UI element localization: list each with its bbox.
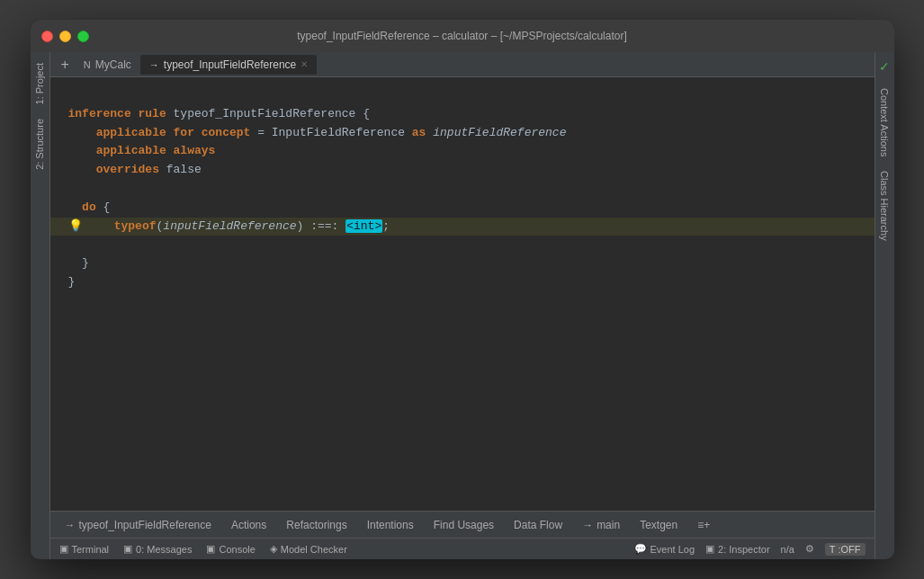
typeof-tab-label: typeof_InputFieldReference xyxy=(164,58,296,71)
console-button[interactable]: ▣ Console xyxy=(206,543,255,555)
inspector-button[interactable]: ▣ 2: Inspector xyxy=(705,543,769,555)
code-line-4: overrides false xyxy=(68,163,202,176)
na-label: n/a xyxy=(781,544,794,555)
event-log-button[interactable]: 💬 Event Log xyxy=(634,543,695,555)
code-line-5: do { xyxy=(68,200,111,214)
context-actions-tab[interactable]: Context Actions xyxy=(877,81,892,164)
inspector-icon: ▣ xyxy=(705,543,714,555)
console-icon: ▣ xyxy=(206,543,215,555)
typeof-tab-icon: → xyxy=(149,59,159,70)
main-layout: 1: Project 2: Structure + N MyCalc → typ… xyxy=(31,52,894,559)
bottom-tab-main-label: main xyxy=(597,519,620,531)
messages-icon: ▣ xyxy=(123,543,132,555)
class-hierarchy-tab[interactable]: Class Hierarchy xyxy=(877,164,892,248)
close-button[interactable] xyxy=(41,31,53,42)
maximize-button[interactable] xyxy=(77,31,89,42)
code-line-3: applicable always xyxy=(68,144,216,157)
inspector-label: 2: Inspector xyxy=(718,544,769,555)
model-checker-label: Model Checker xyxy=(281,544,347,555)
checkmark-icon: ✓ xyxy=(879,59,890,74)
code-line-6: typeof(inputFieldReference) :==: <int>; xyxy=(86,218,390,236)
left-sidebar: 1: Project 2: Structure xyxy=(31,52,50,559)
sidebar-item-structure[interactable]: 2: Structure xyxy=(32,111,47,177)
bulb-icon: 💡 xyxy=(68,218,83,236)
bottom-file-label: typeof_InputFieldReference xyxy=(79,519,211,531)
typeof-tab-close[interactable]: ✕ xyxy=(301,59,308,69)
event-log-label: Event Log xyxy=(650,544,695,555)
settings-icon[interactable]: ⚙ xyxy=(805,543,814,555)
bottom-tab-main-icon: → xyxy=(582,519,593,531)
center-content: + N MyCalc → typeof_InputFieldReference … xyxy=(50,52,875,559)
terminal-icon: ▣ xyxy=(59,543,68,555)
messages-label: 0: Messages xyxy=(136,544,192,555)
model-checker-icon: ◈ xyxy=(270,543,277,555)
code-line-1: inference rule typeof_InputFieldReferenc… xyxy=(68,107,370,120)
bottom-tab-more[interactable]: ≡+ xyxy=(688,516,719,534)
code-content: inference rule typeof_InputFieldReferenc… xyxy=(68,86,857,311)
t-off-badge[interactable]: T :OFF xyxy=(825,543,866,556)
tab-mycalc[interactable]: N MyCalc xyxy=(75,55,140,75)
traffic-lights xyxy=(41,31,89,42)
terminal-label: Terminal xyxy=(72,544,110,555)
model-checker-button[interactable]: ◈ Model Checker xyxy=(270,543,347,555)
editor-area[interactable]: inference rule typeof_InputFieldReferenc… xyxy=(50,77,875,511)
right-sidebar: ✓ Context Actions Class Hierarchy xyxy=(875,52,894,559)
bottom-toolbar: → typeof_InputFieldReference Actions Ref… xyxy=(50,511,875,538)
add-tab-button[interactable]: + xyxy=(56,57,75,73)
status-bar: ▣ Terminal ▣ 0: Messages ▣ Console ◈ Mod… xyxy=(50,538,875,559)
sidebar-item-project[interactable]: 1: Project xyxy=(32,56,47,111)
tab-bar: + N MyCalc → typeof_InputFieldReference … xyxy=(50,52,875,77)
bottom-file-icon: → xyxy=(65,519,76,531)
bottom-tab-textgen[interactable]: Textgen xyxy=(631,516,686,534)
mycalc-tab-label: MyCalc xyxy=(95,58,131,71)
terminal-button[interactable]: ▣ Terminal xyxy=(59,543,110,555)
code-line-7: } xyxy=(68,256,89,270)
event-log-icon: 💬 xyxy=(634,543,647,555)
bottom-tab-main[interactable]: → main xyxy=(573,516,629,534)
code-line-2: applicable for concept = InputFieldRefer… xyxy=(68,126,567,139)
code-line-highlighted: 💡 typeof(inputFieldReference) :==: <int>… xyxy=(50,218,875,236)
bottom-tab-findusages[interactable]: Find Usages xyxy=(425,516,503,534)
titlebar: typeof_InputFieldReference – calculator … xyxy=(31,20,894,52)
window-title: typeof_InputFieldReference – calculator … xyxy=(297,30,627,42)
bottom-tab-intentions[interactable]: Intentions xyxy=(358,516,423,534)
bottom-tab-actions[interactable]: Actions xyxy=(222,516,275,534)
tab-typeof[interactable]: → typeof_InputFieldReference ✕ xyxy=(140,55,317,75)
mycalc-tab-icon: N xyxy=(84,59,91,70)
bottom-tab-dataflow[interactable]: Data Flow xyxy=(505,516,571,534)
minimize-button[interactable] xyxy=(59,31,71,42)
console-label: Console xyxy=(219,544,255,555)
status-right: 💬 Event Log ▣ 2: Inspector n/a ⚙ T :OFF xyxy=(634,543,866,556)
bottom-file-indicator: → typeof_InputFieldReference xyxy=(56,516,220,534)
bottom-tab-refactorings[interactable]: Refactorings xyxy=(277,516,355,534)
code-line-8: } xyxy=(68,275,76,289)
messages-button[interactable]: ▣ 0: Messages xyxy=(123,543,192,555)
main-window: typeof_InputFieldReference – calculator … xyxy=(31,20,894,559)
